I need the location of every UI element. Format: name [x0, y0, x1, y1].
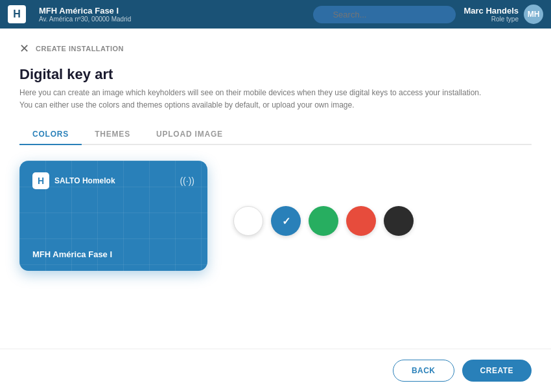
color-swatch-blue[interactable] [271, 206, 301, 236]
color-swatch-black[interactable] [384, 206, 414, 236]
card-logo-box: H [32, 172, 49, 189]
search-input[interactable] [313, 6, 456, 23]
color-options-area [233, 161, 532, 236]
close-button[interactable]: ✕ [19, 41, 29, 56]
back-button[interactable]: BACK [393, 360, 454, 382]
app-logo: H [8, 5, 26, 23]
tab-colors[interactable]: COLORS [19, 124, 82, 145]
card-brand: SALTO Homelok [54, 176, 115, 185]
tab-upload-image[interactable]: UPLOAD IMAGE [143, 124, 236, 145]
project-name: MFH América Fase I [39, 6, 305, 16]
tab-themes[interactable]: THEMES [82, 124, 143, 145]
color-swatch-white[interactable] [233, 206, 263, 236]
page-create-label: CREATE INSTALLATION [36, 45, 124, 52]
create-button[interactable]: CREATE [462, 360, 532, 382]
page-title: Digital key art [19, 66, 532, 83]
card-wifi-icon: ((·)) [180, 176, 194, 186]
color-swatches [233, 206, 414, 236]
card-top-row: H SALTO Homelok ((·)) [32, 172, 194, 189]
card-preview: H SALTO Homelok ((·)) MFH América Fase I [19, 161, 207, 271]
bottom-bar: BACK CREATE [0, 349, 551, 392]
page-description: Here you can create an image which keyho… [19, 87, 532, 111]
user-role: Role type [463, 16, 519, 23]
content-area: H SALTO Homelok ((·)) MFH América Fase I [19, 161, 532, 336]
top-navigation: H MFH América Fase I Av. América nº30, 0… [0, 0, 551, 29]
avatar: MH [524, 5, 543, 24]
project-info[interactable]: MFH América Fase I Av. América nº30, 000… [39, 6, 305, 23]
user-name: Marc Handels [463, 6, 519, 16]
close-row: ✕ CREATE INSTALLATION [19, 41, 532, 56]
user-profile[interactable]: Marc Handels Role type MH [463, 5, 543, 24]
tab-bar: COLORS THEMES UPLOAD IMAGE [19, 124, 532, 145]
color-swatch-red[interactable] [346, 206, 376, 236]
color-swatch-green[interactable] [309, 206, 338, 236]
project-address: Av. América nº30, 00000 Madrid [39, 16, 305, 23]
main-content: ✕ CREATE INSTALLATION Digital key art He… [0, 29, 551, 349]
search-container: 🔍 [313, 6, 456, 23]
card-property-name: MFH América Fase I [32, 249, 112, 259]
user-info: Marc Handels Role type [463, 6, 519, 23]
card-logo-wrap: H SALTO Homelok [32, 172, 115, 189]
